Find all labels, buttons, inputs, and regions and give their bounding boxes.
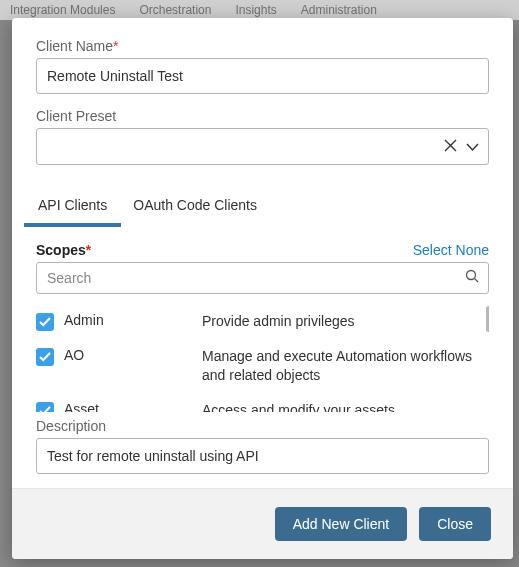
add-client-modal: Client Name* Client Preset API Clients O… bbox=[12, 18, 513, 559]
scope-name: Admin bbox=[64, 312, 192, 328]
scrollbar-thumb[interactable] bbox=[486, 306, 489, 332]
svg-line-1 bbox=[475, 279, 479, 283]
nav-orchestration[interactable]: Orchestration bbox=[139, 3, 211, 17]
scope-checkbox-admin[interactable] bbox=[36, 313, 54, 331]
top-nav: Integration Modules Orchestration Insigh… bbox=[0, 0, 519, 20]
svg-point-0 bbox=[467, 271, 476, 280]
scope-row-admin: Admin Provide admin privileges bbox=[36, 304, 489, 339]
scope-list: Admin Provide admin privileges AO Manage… bbox=[36, 304, 489, 412]
scope-checkbox-ao[interactable] bbox=[36, 348, 54, 366]
scope-name: Asset bbox=[64, 401, 192, 412]
clear-icon[interactable] bbox=[444, 138, 457, 156]
client-name-field: Client Name* bbox=[36, 38, 489, 94]
nav-administration[interactable]: Administration bbox=[301, 3, 377, 17]
client-preset-field: Client Preset bbox=[36, 108, 489, 165]
nav-insights[interactable]: Insights bbox=[235, 3, 276, 17]
client-type-tabs: API Clients OAuth Code Clients bbox=[36, 187, 489, 224]
close-button[interactable]: Close bbox=[419, 507, 491, 541]
modal-footer: Add New Client Close bbox=[12, 488, 513, 559]
scope-name: AO bbox=[64, 347, 192, 363]
scope-row-ao: AO Manage and execute Automation workflo… bbox=[36, 339, 489, 393]
search-icon bbox=[465, 269, 479, 287]
scope-search-input[interactable] bbox=[36, 262, 489, 294]
description-label: Description bbox=[36, 418, 489, 434]
add-new-client-button[interactable]: Add New Client bbox=[275, 507, 408, 541]
scopes-label: Scopes* bbox=[36, 242, 91, 258]
select-none-link[interactable]: Select None bbox=[413, 242, 489, 258]
nav-integration[interactable]: Integration Modules bbox=[10, 3, 115, 17]
client-preset-label: Client Preset bbox=[36, 108, 489, 124]
scope-checkbox-asset[interactable] bbox=[36, 402, 54, 412]
client-name-label: Client Name* bbox=[36, 38, 489, 54]
scope-desc: Provide admin privileges bbox=[202, 312, 489, 331]
scope-desc: Manage and execute Automation workflows … bbox=[202, 347, 489, 385]
description-input[interactable] bbox=[36, 438, 489, 474]
client-name-input[interactable] bbox=[36, 58, 489, 94]
client-preset-select[interactable] bbox=[36, 128, 489, 165]
scope-desc: Access and modify your assets bbox=[202, 401, 489, 412]
tab-api-clients[interactable]: API Clients bbox=[36, 187, 109, 223]
description-field: Description bbox=[36, 418, 489, 474]
tab-oauth-clients[interactable]: OAuth Code Clients bbox=[131, 187, 259, 223]
scope-row-asset: Asset Access and modify your assets bbox=[36, 393, 489, 412]
